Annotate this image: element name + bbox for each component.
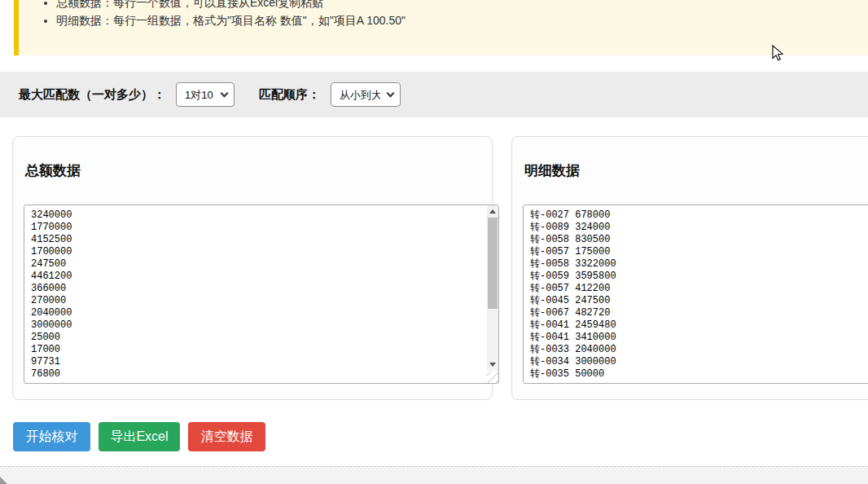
- arrow-up-icon: [489, 209, 496, 213]
- details-textarea-wrap: 转-0027 678000 转-0089 324000 转-0058 83050…: [523, 205, 868, 384]
- totals-panel: 总额数据 3240000 1770000 4152500 1700000 247…: [12, 136, 493, 400]
- match-order-select-wrap: 从小到大: [331, 82, 401, 107]
- mouse-cursor-icon: [772, 45, 784, 62]
- totals-panel-title: 总额数据: [25, 161, 492, 180]
- settings-toolbar: 最大匹配数（一对多少）： 1对10 匹配顺序： 从小到大: [0, 72, 868, 117]
- totals-textarea-wrap: 3240000 1770000 4152500 1700000 247500 4…: [24, 205, 499, 384]
- instruction-totals: 总额数据：每行一个数值，可以直接从Excel复制粘贴: [56, 0, 852, 11]
- details-panel-title: 明细数据: [524, 161, 868, 180]
- arrow-down-icon: [489, 363, 496, 367]
- scrollbar-thumb[interactable]: [488, 218, 498, 309]
- details-panel: 明细数据 转-0027 678000 转-0089 324000 转-0058 …: [511, 136, 868, 400]
- clear-data-button[interactable]: 清空数据: [188, 422, 265, 451]
- instruction-details: 明细数据：每行一组数据，格式为"项目名称 数值"，如"项目A 100.50": [56, 11, 852, 29]
- max-match-select-wrap: 1对10: [176, 82, 235, 107]
- match-order-label: 匹配顺序：: [259, 87, 320, 103]
- totals-input[interactable]: 3240000 1770000 4152500 1700000 247500 4…: [24, 205, 499, 384]
- max-match-label: 最大匹配数（一对多少）：: [19, 87, 165, 103]
- instructions-alert: 总额数据：每行一个数值，可以直接从Excel复制粘贴 明细数据：每行一组数据，格…: [14, 0, 868, 55]
- corner-triangle: [0, 477, 7, 484]
- start-check-button[interactable]: 开始核对: [13, 422, 90, 451]
- export-excel-button[interactable]: 导出Excel: [99, 422, 180, 451]
- details-input[interactable]: 转-0027 678000 转-0089 324000 转-0058 83050…: [523, 205, 868, 384]
- scroll-up-button[interactable]: [487, 205, 498, 218]
- footer-strip: [0, 466, 868, 484]
- instructions-list: 总额数据：每行一个数值，可以直接从Excel复制粘贴 明细数据：每行一组数据，格…: [35, 0, 852, 29]
- match-order-select[interactable]: 从小到大: [331, 82, 401, 107]
- action-buttons: 开始核对 导出Excel 清空数据: [13, 422, 265, 451]
- scrollbar[interactable]: [487, 205, 498, 371]
- scroll-down-button[interactable]: [487, 359, 498, 371]
- max-match-select[interactable]: 1对10: [176, 82, 235, 107]
- resize-grip[interactable]: [487, 372, 498, 383]
